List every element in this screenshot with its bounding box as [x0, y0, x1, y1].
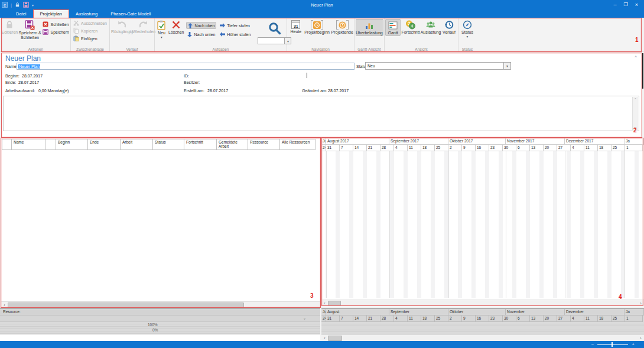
ribbon: Editieren Speichern & Schließen Schließe… — [0, 18, 644, 52]
tab-auslastung[interactable]: Auslastung — [69, 10, 104, 18]
status-combobox[interactable]: Neu ▾ — [365, 62, 511, 70]
wiederholen-button[interactable]: Wiederholen — [133, 19, 155, 34]
column-header: Name — [12, 139, 45, 150]
column-header: Status — [153, 139, 184, 150]
week-cell: 9 — [462, 316, 476, 322]
search-combobox[interactable]: ▾ — [258, 37, 291, 44]
task-table-scroll-thumb[interactable] — [8, 303, 244, 308]
rueckgaengig-button[interactable]: Rückgängig — [111, 19, 133, 34]
heute-button[interactable]: 31 Heute — [288, 19, 304, 34]
search-combobox-value[interactable] — [258, 38, 284, 44]
name-label: Name — [5, 64, 17, 69]
scroll-right-icon[interactable]: › — [638, 335, 644, 342]
status-dropdown-caret[interactable]: ▾ — [467, 35, 469, 39]
geaendert-am-label: Geändert am: — [302, 89, 327, 93]
loeschen-button[interactable]: Löschen — [168, 19, 184, 35]
description-scrollbar[interactable]: ^ v — [632, 97, 638, 130]
speichern-button[interactable]: Speichern — [41, 28, 70, 35]
tab-projektplan[interactable]: Projektplan — [33, 9, 70, 18]
ribbon-group-navigation: 31 Heute Projektbeginn Projektende Navig… — [287, 18, 354, 52]
einfuegen-button[interactable]: Einfügen — [72, 35, 109, 42]
status-button[interactable]: Status ▾ — [459, 19, 476, 39]
week-cell: 30 — [503, 145, 516, 151]
tab-datei[interactable]: Datei — [9, 10, 33, 18]
week-cell: 31 — [326, 316, 340, 322]
description-textarea[interactable]: ^ v — [3, 96, 639, 131]
tab-phasen-gate-modell[interactable]: Phasen-Gate Modell — [104, 10, 157, 18]
scroll-right-icon[interactable]: › — [638, 300, 644, 307]
week-cell: 4 — [571, 316, 584, 322]
scroll-left-icon[interactable]: ‹ — [321, 300, 328, 307]
task-table-hscrollbar[interactable]: ‹ — [1, 301, 320, 308]
redo-icon — [138, 20, 149, 29]
month-cell: Juli — [321, 309, 326, 316]
minimize-button[interactable]: – — [614, 0, 617, 9]
verlauf-view-button[interactable]: Verlauf — [441, 19, 457, 35]
lock-icon — [5, 20, 14, 30]
week-cell: 14 — [353, 145, 367, 151]
resource-hscrollbar[interactable]: ‹ › — [321, 334, 644, 341]
resource-scroll-thumb[interactable] — [328, 336, 342, 341]
rueckgaengig-label: Rückgängig — [111, 30, 133, 34]
zoom-slider-thumb[interactable] — [612, 342, 613, 347]
speichern-schliessen-button[interactable]: Speichern & Schließen — [18, 19, 42, 40]
hoeher-stufen-button[interactable]: Höher stufen — [219, 31, 252, 38]
auslastung-view-button[interactable]: Auslastung — [421, 19, 441, 35]
ende-label: Ende: — [5, 80, 16, 84]
zoom-in-button[interactable]: + — [632, 341, 635, 348]
heute-label: Heute — [291, 30, 302, 34]
week-cell: 11 — [408, 145, 421, 151]
month-cell: Ja — [625, 309, 644, 316]
neu-dropdown-caret[interactable]: ▾ — [161, 36, 162, 40]
week-cell: 25 — [612, 145, 625, 151]
projektende-button[interactable]: Projektende — [330, 19, 354, 35]
scroll-down-icon[interactable]: v — [635, 126, 636, 129]
qat-save-icon[interactable] — [23, 2, 29, 8]
group-label-zwischenablage: Zwischenablage — [71, 47, 109, 51]
gantt-body[interactable] — [321, 151, 644, 298]
erstellt-am-label: Erstellt am: — [184, 89, 204, 93]
nach-oben-button[interactable]: Nach oben — [186, 22, 216, 29]
week-cell: 25 — [612, 316, 625, 322]
search-icon[interactable] — [268, 21, 282, 36]
ribbon-group-verlauf: Rückgängig Wiederholen Verlauf — [110, 18, 155, 52]
name-input[interactable]: Neuer Plan — [17, 63, 354, 70]
nach-unten-button[interactable]: Nach unten — [186, 31, 216, 38]
zoom-slider[interactable] — [597, 344, 628, 345]
close-button[interactable]: × — [635, 0, 638, 9]
week-cell: 18 — [421, 316, 435, 322]
ende-value: 28.07.2017 — [18, 80, 39, 84]
editieren-button[interactable]: Editieren — [1, 19, 18, 35]
resource-selector-row[interactable]: v — [0, 316, 320, 322]
qat-lock-icon[interactable] — [15, 2, 20, 8]
kopieren-button[interactable]: Kopieren — [72, 27, 109, 34]
neu-button[interactable]: Neu ▾ — [157, 19, 166, 40]
week-cell: 6 — [516, 145, 530, 151]
gantt-scroll-thumb[interactable] — [328, 301, 341, 306]
gantt-hscrollbar[interactable]: ‹ › — [321, 300, 644, 306]
zoom-out-button[interactable]: − — [591, 341, 594, 348]
week-cell: 25 — [435, 316, 448, 322]
collapse-panel-chevron[interactable]: ^ — [635, 54, 637, 60]
ribbon-group-zwischenablage: Ausschneiden Kopieren Einfügen Zwischena… — [71, 18, 110, 52]
ausschneiden-button[interactable]: Ausschneiden — [72, 19, 109, 27]
scroll-left-icon[interactable]: ‹ — [321, 335, 328, 342]
week-cell: 11 — [584, 145, 598, 151]
scroll-up-icon[interactable]: ^ — [635, 97, 636, 101]
qat-customize-caret[interactable]: ▾ — [32, 3, 34, 7]
status-combobox-dropdown-icon[interactable]: ▾ — [503, 63, 510, 69]
ueberbelastung-button[interactable]: Überbelastung — [356, 19, 383, 36]
scroll-left-icon[interactable]: ‹ — [1, 302, 8, 308]
projektbeginn-button[interactable]: Projektbeginn — [304, 19, 331, 35]
chevron-down-icon[interactable]: v — [304, 317, 305, 320]
month-separator — [625, 151, 625, 298]
fortschritt-button[interactable]: Fortschritt — [401, 19, 421, 35]
week-cell: 7 — [340, 145, 353, 151]
schliessen-button[interactable]: Schließen — [41, 21, 70, 28]
erstellt-am-value: 28.07.2017 — [207, 89, 228, 93]
gantt-view-button[interactable]: Gantt — [385, 19, 401, 36]
tiefer-stufen-button[interactable]: Tiefer stufen — [219, 22, 252, 29]
copy-icon — [73, 28, 79, 34]
restore-button[interactable]: ❐ — [624, 0, 628, 9]
month-cell: November 2017 — [506, 138, 565, 145]
